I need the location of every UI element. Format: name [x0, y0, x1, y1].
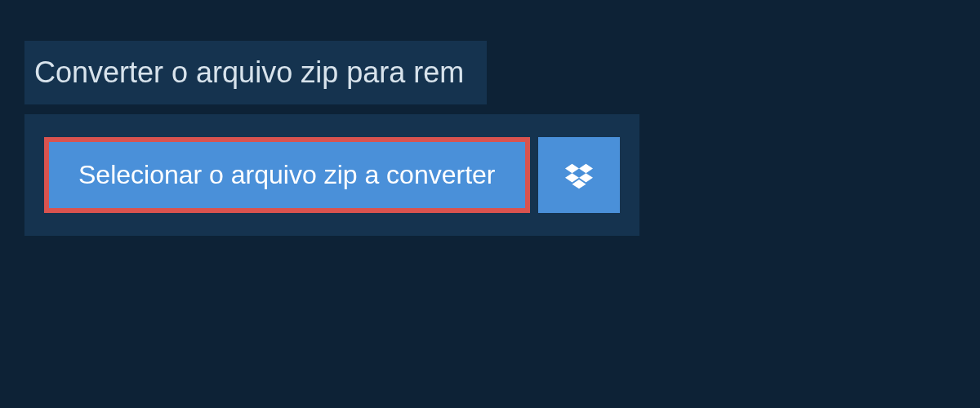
page-title: Converter o arquivo zip para rem — [24, 41, 487, 104]
file-select-panel: Selecionar o arquivo zip a converter — [24, 114, 639, 236]
select-file-button[interactable]: Selecionar o arquivo zip a converter — [44, 137, 530, 213]
dropbox-button[interactable] — [538, 137, 620, 213]
converter-container: Converter o arquivo zip para rem Selecio… — [0, 0, 980, 277]
dropbox-icon — [565, 162, 593, 189]
select-file-label: Selecionar o arquivo zip a converter — [78, 160, 496, 190]
